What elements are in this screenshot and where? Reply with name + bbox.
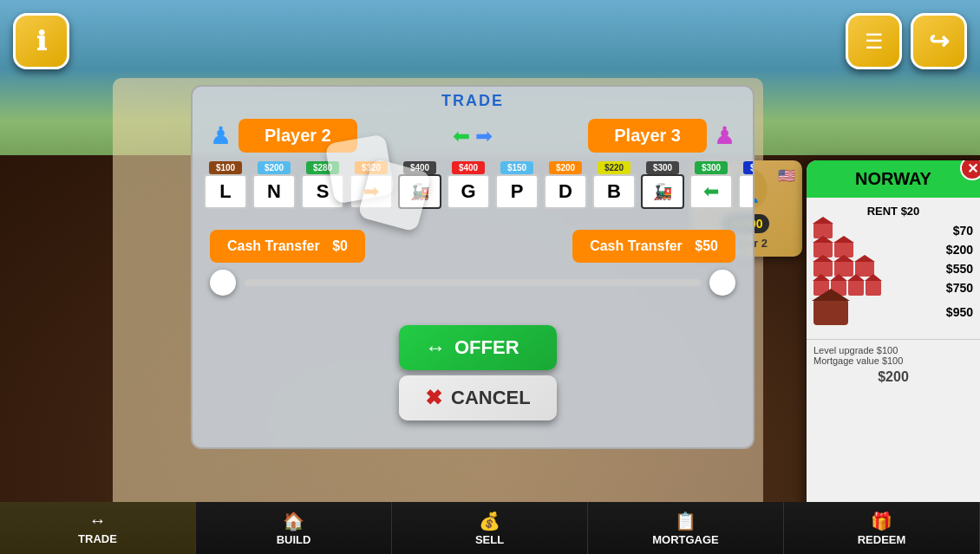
player-flag: 🇺🇸 xyxy=(778,167,795,184)
prop-letter-8: D xyxy=(544,174,587,209)
properties-row: $100 L $200 N $280 S $320 ➡ $400 🚂 $400 … xyxy=(193,156,753,214)
player2-name: Player 3 xyxy=(614,126,681,146)
slider-row-player1 xyxy=(193,270,753,296)
trade-players-row: ♟ Player 2 ⬅ ➡ Player 3 ♟ xyxy=(193,115,753,156)
redeem-icon: 🎁 xyxy=(871,511,892,531)
player2-badge: Player 3 xyxy=(588,119,707,153)
property-N[interactable]: $200 N xyxy=(252,161,297,209)
norway-content: RENT $20 $70 $200 $550 xyxy=(807,198,980,336)
bottom-navigation: ↔ TRADE 🏠 BUILD 💰 SELL 📋 MORTGAGE 🎁 REDE… xyxy=(0,502,980,554)
prop-letter-1: L xyxy=(204,174,247,209)
mortgage-label: MORTGAGE xyxy=(652,533,719,546)
property-D[interactable]: $200 D xyxy=(543,161,588,209)
nav-build[interactable]: 🏠 BUILD xyxy=(196,502,392,554)
exit-button[interactable]: ↪ xyxy=(911,13,967,69)
rent-amount-3: $550 xyxy=(946,262,973,276)
nav-sell[interactable]: 💰 SELL xyxy=(392,502,588,554)
rent-amount-1: $70 xyxy=(953,224,973,238)
cancel-x-icon: ✖ xyxy=(425,386,442,410)
trade-icon: ↔ xyxy=(89,511,107,531)
sell-label: SELL xyxy=(475,533,504,546)
prop-price-2: $200 xyxy=(258,161,291,174)
slider-thumb-right[interactable] xyxy=(709,270,735,296)
mortgage-value: Mortgage value $100 xyxy=(813,355,973,366)
sell-icon: 💰 xyxy=(479,511,500,531)
slider-track-1[interactable] xyxy=(245,279,701,286)
prop-price-11: $300 xyxy=(695,161,728,174)
offer-label: OFFER xyxy=(454,336,519,359)
norway-close-button[interactable]: ✕ xyxy=(960,160,980,180)
prop-price-12: $300 xyxy=(743,161,753,174)
prop-price-8: $200 xyxy=(549,161,582,174)
property-R[interactable]: $300 R xyxy=(737,161,753,209)
player1-pawn-icon: ♟ xyxy=(210,121,232,150)
prop-price-1: $100 xyxy=(209,161,242,174)
prop-letter-9: B xyxy=(592,174,636,209)
swap-arrows: ⬅ ➡ xyxy=(453,124,493,148)
rent-amount-4: $750 xyxy=(946,281,973,295)
nav-trade[interactable]: ↔ TRADE xyxy=(0,502,196,554)
prop-letter-2: N xyxy=(252,174,296,209)
norway-card: NORWAY ✕ RENT $20 $70 $200 xyxy=(807,160,980,533)
property-P[interactable]: $150 P xyxy=(494,161,539,209)
property-B[interactable]: $220 B xyxy=(591,161,637,209)
redeem-label: REDEEM xyxy=(858,533,906,546)
rent-amount-2: $200 xyxy=(946,243,973,257)
prop-letter-7: P xyxy=(495,174,539,209)
info-icon: ℹ xyxy=(36,26,46,56)
menu-icon: ☰ xyxy=(865,29,884,54)
houses-5 xyxy=(813,299,848,325)
prop-arrow-2: ⬅ xyxy=(689,174,733,209)
right-arrow-icon: ➡ xyxy=(475,124,493,148)
norway-footer: Level upgrade $100 Mortgage value $100 $… xyxy=(807,339,980,390)
rent-amount-5: $950 xyxy=(946,305,973,319)
top-right-buttons: ☰ ↪ xyxy=(846,13,967,69)
left-arrow-icon: ⬅ xyxy=(453,124,470,148)
build-label: BUILD xyxy=(277,533,311,546)
norway-price: $200 xyxy=(813,369,973,385)
rent-row-5: $950 xyxy=(813,299,973,325)
player2-pawn-icon: ♟ xyxy=(714,121,735,150)
action-buttons: ↔ OFFER ✖ CANCEL xyxy=(399,325,557,420)
dice-overlay xyxy=(330,139,451,260)
build-icon: 🏠 xyxy=(283,511,304,531)
prop-price-7: $150 xyxy=(500,161,533,174)
cash-transfer-row: Cash Transfer $0 Cash Transfer $50 xyxy=(193,223,753,270)
prop-price-10: $300 xyxy=(646,161,679,174)
mortgage-icon: 📋 xyxy=(675,511,696,531)
trade-label: TRADE xyxy=(78,532,117,545)
norway-header: NORWAY ✕ xyxy=(807,160,980,198)
offer-button[interactable]: ↔ OFFER xyxy=(399,325,557,370)
cancel-label: CANCEL xyxy=(451,387,531,409)
offer-arrow-icon: ↔ xyxy=(425,336,446,360)
prop-train-2-icon: 🚂 xyxy=(641,174,684,209)
menu-button[interactable]: ☰ xyxy=(846,13,902,69)
rent-base-label: RENT $20 xyxy=(813,205,973,218)
nav-redeem[interactable]: 🎁 REDEEM xyxy=(784,502,980,554)
prop-letter-12: R xyxy=(738,174,753,209)
info-button[interactable]: ℹ xyxy=(13,13,69,69)
property-train-2[interactable]: $300 🚂 xyxy=(640,161,685,209)
prop-letter-6: G xyxy=(447,174,490,209)
property-L[interactable]: $100 L xyxy=(203,161,248,209)
property-G[interactable]: $400 G xyxy=(446,161,491,209)
property-arrow-left[interactable]: $300 ⬅ xyxy=(689,161,734,209)
nav-mortgage[interactable]: 📋 MORTGAGE xyxy=(588,502,784,554)
prop-price-9: $220 xyxy=(598,161,630,174)
player2-cash-amount: $50 xyxy=(695,238,718,253)
slider-thumb-1[interactable] xyxy=(210,270,236,296)
prop-price-6: $400 xyxy=(452,161,485,174)
exit-icon: ↪ xyxy=(929,27,949,55)
player2-cash-label: Cash Transfer $50 xyxy=(572,230,735,263)
upgrade-cost: Level upgrade $100 xyxy=(813,345,973,355)
cancel-button[interactable]: ✖ CANCEL xyxy=(399,375,557,420)
norway-title: NORWAY xyxy=(855,169,931,188)
trade-title: TRADE xyxy=(193,87,753,115)
player1-name: Player 2 xyxy=(265,126,331,146)
